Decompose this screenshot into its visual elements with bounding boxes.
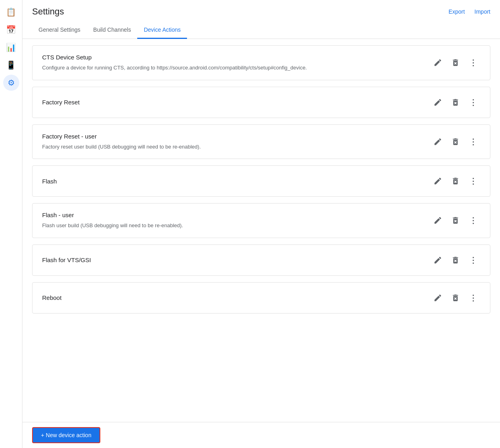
- action-card-header: Flash⋮: [42, 174, 480, 188]
- delete-button-flash[interactable]: [448, 174, 463, 188]
- edit-button-cts-device-setup[interactable]: [431, 55, 445, 70]
- action-card-header: Factory Reset - userFactory reset user b…: [42, 133, 480, 151]
- action-card-factory-reset: Factory Reset⋮: [32, 87, 490, 118]
- more-button-flash-user[interactable]: ⋮: [466, 213, 480, 228]
- action-title: Flash: [42, 178, 57, 185]
- delete-button-flash-user[interactable]: [448, 213, 463, 228]
- action-title: Factory Reset: [42, 99, 79, 106]
- edit-button-factory-reset-user[interactable]: [431, 134, 445, 149]
- more-button-flash-vts-gsi[interactable]: ⋮: [466, 253, 480, 267]
- delete-button-factory-reset[interactable]: [448, 95, 463, 110]
- tab-build[interactable]: Build Channels: [87, 22, 137, 39]
- action-buttons: ⋮: [431, 55, 480, 70]
- sidebar-item-settings[interactable]: ⚙: [3, 75, 19, 91]
- action-card-flash: Flash⋮: [32, 165, 490, 197]
- action-card-content: Reboot: [42, 294, 61, 301]
- more-button-cts-device-setup[interactable]: ⋮: [466, 55, 480, 70]
- action-card-flash-user: Flash - userFlash user build (USB debugg…: [32, 203, 490, 238]
- import-link[interactable]: Import: [474, 8, 490, 15]
- action-title: Reboot: [42, 294, 61, 301]
- delete-button-flash-vts-gsi[interactable]: [448, 253, 463, 267]
- delete-button-factory-reset-user[interactable]: [448, 134, 463, 149]
- edit-button-reboot[interactable]: [431, 291, 445, 305]
- action-description: Factory reset user build (USB debugging …: [42, 143, 201, 151]
- edit-button-flash-user[interactable]: [431, 213, 445, 228]
- delete-button-reboot[interactable]: [448, 291, 463, 305]
- edit-button-flash-vts-gsi[interactable]: [431, 253, 445, 267]
- action-buttons: ⋮: [431, 213, 480, 228]
- page-title: Settings: [32, 6, 64, 17]
- footer: + New device action: [22, 422, 500, 448]
- edit-button-flash[interactable]: [431, 174, 445, 188]
- main-content: Settings Export Import General SettingsB…: [22, 0, 500, 448]
- sidebar-item-calendar[interactable]: 📅: [3, 22, 19, 38]
- export-link[interactable]: Export: [449, 8, 465, 15]
- action-card-cts-device-setup: CTS Device SetupConfigure a device for r…: [32, 45, 490, 80]
- tabs: General SettingsBuild ChannelsDevice Act…: [22, 22, 500, 39]
- action-card-header: Flash - userFlash user build (USB debugg…: [42, 212, 480, 230]
- action-card-header: Reboot⋮: [42, 291, 480, 305]
- more-button-factory-reset[interactable]: ⋮: [466, 95, 480, 110]
- action-card-content: Factory Reset: [42, 99, 79, 106]
- action-description: Flash user build (USB debugging will nee…: [42, 222, 183, 230]
- action-title: CTS Device Setup: [42, 54, 307, 61]
- more-button-reboot[interactable]: ⋮: [466, 291, 480, 305]
- action-card-content: Flash: [42, 178, 57, 185]
- new-device-action-button[interactable]: + New device action: [32, 427, 100, 443]
- header: Settings Export Import: [22, 0, 500, 17]
- action-card-header: CTS Device SetupConfigure a device for r…: [42, 54, 480, 72]
- action-buttons: ⋮: [431, 174, 480, 188]
- sidebar-item-clipboard[interactable]: 📋: [3, 4, 19, 20]
- action-buttons: ⋮: [431, 134, 480, 149]
- action-title: Flash for VTS/GSI: [42, 257, 91, 263]
- action-buttons: ⋮: [431, 253, 480, 267]
- action-buttons: ⋮: [431, 95, 480, 110]
- action-title: Flash - user: [42, 212, 183, 218]
- action-card-flash-vts-gsi: Flash for VTS/GSI⋮: [32, 244, 490, 276]
- sidebar: 📋📅📊📱⚙: [0, 0, 22, 448]
- action-title: Factory Reset - user: [42, 133, 201, 140]
- tab-device-actions[interactable]: Device Actions: [137, 22, 187, 39]
- action-card-factory-reset-user: Factory Reset - userFactory reset user b…: [32, 124, 490, 159]
- action-card-header: Flash for VTS/GSI⋮: [42, 253, 480, 267]
- more-button-factory-reset-user[interactable]: ⋮: [466, 134, 480, 149]
- action-card-content: Flash - userFlash user build (USB debugg…: [42, 212, 183, 230]
- action-card-reboot: Reboot⋮: [32, 282, 490, 314]
- sidebar-item-chart[interactable]: 📊: [3, 39, 19, 55]
- action-description: Configure a device for running CTS, acco…: [42, 64, 307, 72]
- sidebar-item-device[interactable]: 📱: [3, 57, 19, 73]
- header-actions: Export Import: [449, 8, 490, 15]
- tab-general[interactable]: General Settings: [32, 22, 87, 39]
- action-card-content: CTS Device SetupConfigure a device for r…: [42, 54, 307, 72]
- action-buttons: ⋮: [431, 291, 480, 305]
- content-area: CTS Device SetupConfigure a device for r…: [22, 39, 500, 448]
- edit-button-factory-reset[interactable]: [431, 95, 445, 110]
- more-button-flash[interactable]: ⋮: [466, 174, 480, 188]
- action-card-content: Flash for VTS/GSI: [42, 257, 91, 263]
- action-card-content: Factory Reset - userFactory reset user b…: [42, 133, 201, 151]
- delete-button-cts-device-setup[interactable]: [448, 55, 463, 70]
- action-card-header: Factory Reset⋮: [42, 95, 480, 110]
